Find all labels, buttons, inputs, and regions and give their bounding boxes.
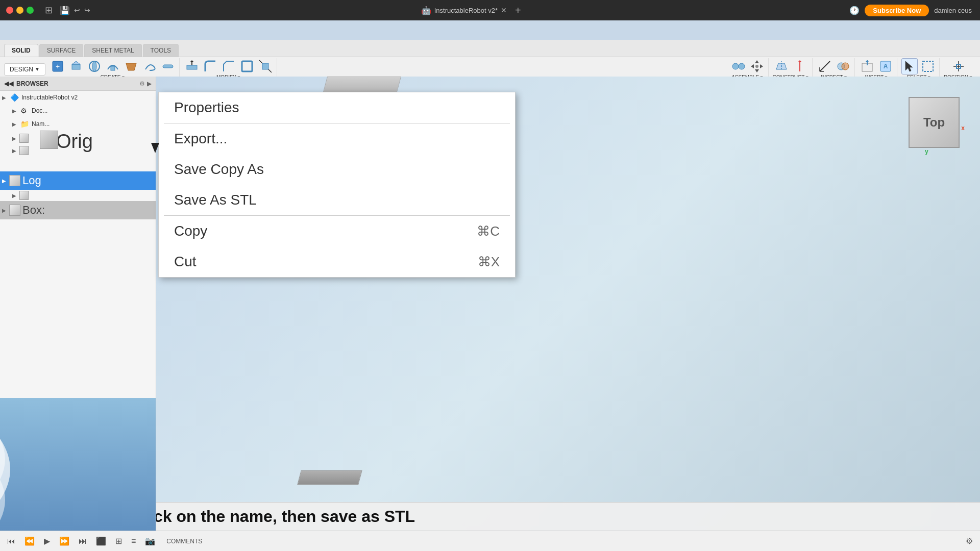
tab-sheet-metal[interactable]: SHEET METAL bbox=[84, 44, 141, 57]
close-window-btn[interactable] bbox=[6, 7, 13, 14]
viewcube-x-axis: x bbox=[961, 124, 965, 132]
joint-icon[interactable] bbox=[730, 58, 747, 74]
tree-arrow: ▶ bbox=[2, 95, 9, 101]
camera-icon[interactable]: 📷 bbox=[142, 535, 158, 547]
grid-view-icon[interactable]: ⊞ bbox=[112, 535, 125, 547]
svg-marker-7 bbox=[126, 63, 136, 70]
close-tab-icon[interactable]: ✕ bbox=[501, 6, 507, 14]
orig-area: ▶ ▶ Orig bbox=[0, 131, 156, 171]
record-icon[interactable]: ⬛ bbox=[93, 535, 109, 547]
svg-rect-8 bbox=[163, 65, 173, 68]
tab-surface[interactable]: SURFACE bbox=[39, 44, 84, 57]
svg-marker-21 bbox=[760, 64, 763, 68]
play-btn[interactable]: ▶ bbox=[41, 535, 53, 547]
cm-cut[interactable]: Cut ⌘X bbox=[159, 246, 515, 277]
fillet-icon[interactable] bbox=[202, 58, 218, 74]
tree-item-log[interactable]: ▶ Log bbox=[0, 171, 156, 190]
svg-point-22 bbox=[755, 65, 758, 68]
prev-frame-btn[interactable]: ⏮ bbox=[4, 536, 18, 547]
svg-point-5 bbox=[92, 61, 96, 71]
new-component-icon[interactable]: + bbox=[50, 58, 66, 74]
shell-icon[interactable] bbox=[239, 58, 255, 74]
window-select-icon[interactable] bbox=[920, 58, 936, 74]
status-left: ⏮ ⏪ ▶ ⏩ ⏭ ⬛ ⊞ ≡ 📷 COMMENTS bbox=[4, 535, 207, 547]
svg-text:+: + bbox=[56, 62, 60, 70]
settings-icon[interactable]: ⚙ bbox=[963, 535, 976, 547]
select-icon[interactable] bbox=[901, 58, 918, 74]
maximize-window-btn[interactable] bbox=[27, 7, 34, 14]
design-dropdown-arrow: ▼ bbox=[35, 66, 40, 72]
context-menu: Properties Export... Save Copy As Save A… bbox=[158, 92, 516, 278]
tree-item-box[interactable]: ▶ Box: bbox=[0, 201, 156, 219]
scale-icon[interactable] bbox=[257, 58, 274, 74]
next-frame-btn[interactable]: ⏭ bbox=[76, 536, 90, 547]
comments-tab[interactable]: COMMENTS bbox=[161, 537, 207, 546]
list-view-icon[interactable]: ≡ bbox=[128, 536, 139, 547]
item-cube-icon-1 bbox=[19, 134, 29, 143]
cm-copy[interactable]: Copy ⌘C bbox=[159, 216, 515, 246]
press-pull-icon[interactable] bbox=[184, 58, 200, 74]
svg-rect-6 bbox=[111, 66, 115, 70]
loft-icon[interactable] bbox=[123, 58, 139, 74]
design-dropdown[interactable]: DESIGN ▼ bbox=[4, 63, 45, 76]
tree-nam-label: Nam... bbox=[32, 120, 50, 128]
tab-solid[interactable]: SOLID bbox=[4, 44, 38, 57]
window-title: InstructableRobot v2* bbox=[434, 7, 498, 14]
tree-item-empty[interactable]: ▶ bbox=[0, 190, 156, 201]
measure-icon[interactable] bbox=[817, 58, 833, 74]
construct-icons bbox=[773, 58, 808, 74]
minimize-window-btn[interactable] bbox=[16, 7, 23, 14]
browser-collapse-icon[interactable]: ▶ bbox=[147, 80, 152, 87]
save-icon[interactable]: 💾 bbox=[58, 6, 72, 15]
revolve-icon[interactable] bbox=[86, 58, 103, 74]
tab-tools[interactable]: TOOLS bbox=[143, 44, 179, 57]
interference-icon[interactable] bbox=[835, 58, 851, 74]
status-right: ⚙ bbox=[963, 535, 976, 547]
tree-item-doc[interactable]: ▶ ⚙ Doc... bbox=[0, 104, 156, 117]
back-frame-btn[interactable]: ⏪ bbox=[21, 535, 38, 547]
sweep-icon[interactable] bbox=[105, 58, 121, 74]
tree-doc-label: Doc... bbox=[32, 107, 47, 114]
redo-icon[interactable]: ↪ bbox=[82, 6, 92, 14]
decal-icon[interactable]: A bbox=[877, 58, 894, 74]
tree-item-1[interactable]: ▶ bbox=[12, 133, 155, 144]
svg-marker-3 bbox=[72, 61, 80, 64]
new-tab-btn[interactable]: + bbox=[515, 5, 521, 16]
undo-icon[interactable]: ↩ bbox=[72, 6, 82, 14]
axis-icon[interactable] bbox=[792, 58, 808, 74]
insert-canvas-icon[interactable] bbox=[859, 58, 875, 74]
cm-save-copy-as[interactable]: Save Copy As bbox=[159, 154, 515, 185]
move-icon[interactable] bbox=[749, 58, 765, 74]
tree-item-2[interactable]: ▶ bbox=[12, 145, 155, 156]
plane-icon[interactable] bbox=[773, 58, 790, 74]
svg-rect-38 bbox=[923, 61, 933, 71]
collapse-icon[interactable]: ◀◀ bbox=[4, 80, 13, 87]
browser-settings-icon[interactable]: ⚙ bbox=[139, 80, 145, 87]
clock-icon: 🕐 bbox=[849, 6, 860, 15]
viewcube[interactable]: Top x y bbox=[903, 92, 965, 153]
svg-marker-26 bbox=[798, 60, 802, 62]
position-icon[interactable] bbox=[950, 58, 967, 74]
extrude-icon[interactable] bbox=[68, 58, 84, 74]
app-grid-icon[interactable]: ⊞ bbox=[40, 5, 58, 16]
cm-export[interactable]: Export... bbox=[159, 123, 515, 154]
coil-icon[interactable] bbox=[141, 58, 158, 74]
chamfer-icon[interactable] bbox=[220, 58, 237, 74]
browser-header: ◀◀ BROWSER ⚙ ▶ bbox=[0, 77, 156, 91]
modify-icons bbox=[184, 58, 274, 74]
fwd-frame-btn[interactable]: ⏩ bbox=[56, 535, 72, 547]
design-label: DESIGN bbox=[10, 66, 33, 73]
3d-shape-bottom bbox=[297, 470, 362, 485]
svg-rect-13 bbox=[262, 63, 268, 69]
cm-properties[interactable]: Properties bbox=[159, 92, 515, 123]
subscribe-button[interactable]: Subscribe Now bbox=[865, 5, 929, 16]
tree-item-nam[interactable]: ▶ 📁 Nam... bbox=[0, 117, 156, 131]
root-icon: 🔷 bbox=[10, 93, 20, 102]
preview-shape bbox=[0, 398, 102, 531]
tree-item-root[interactable]: ▶ 🔷 InstructableRobot v2 bbox=[0, 91, 156, 104]
cm-save-as-stl[interactable]: Save As STL bbox=[159, 185, 515, 215]
pipe-icon[interactable] bbox=[160, 58, 176, 74]
svg-line-14 bbox=[259, 60, 262, 63]
viewcube-top[interactable]: Top x y bbox=[909, 97, 960, 148]
create-icons: + bbox=[50, 58, 176, 74]
